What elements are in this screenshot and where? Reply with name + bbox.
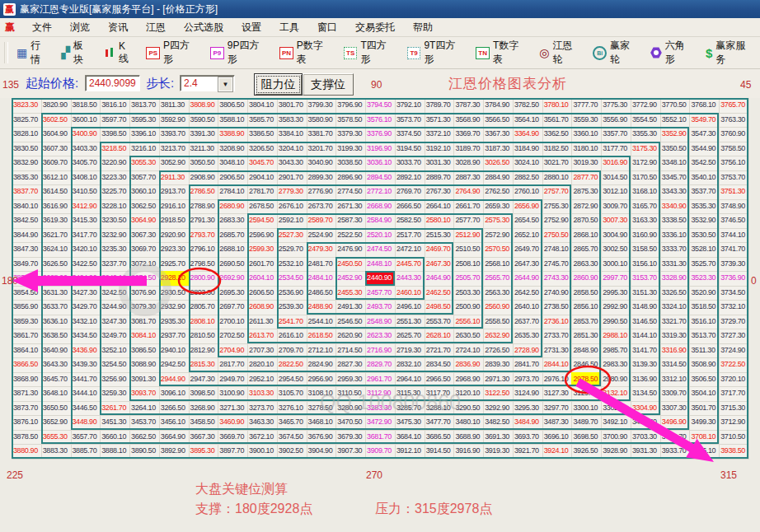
toolbar-item-T数字表[interactable]: TNT数字表 xyxy=(470,40,533,65)
gann-cell: 3657.70 xyxy=(71,430,101,446)
gann-cell: 3417.70 xyxy=(71,228,101,244)
gann-cell: 3772.90 xyxy=(631,98,661,114)
gann-cell: 3734.50 xyxy=(719,286,749,301)
gann-cell: 3849.70 xyxy=(12,257,42,273)
toolbar-item-P数字表[interactable]: PNP数字表 xyxy=(274,40,338,65)
gann-cell: 3525.70 xyxy=(689,257,720,273)
gann-cell: 2880.10 xyxy=(542,170,573,186)
gann-cell: 3079.30 xyxy=(129,300,160,315)
toolbar-item-江恩轮[interactable]: ◎江恩轮 xyxy=(533,40,587,65)
gann-cell: 2889.70 xyxy=(425,170,455,186)
gann-cell: 3336.10 xyxy=(660,228,691,244)
gann-cell: 3208.90 xyxy=(218,142,248,157)
step-select[interactable]: 2.4▼ xyxy=(180,75,235,91)
gann-cell: 3523.30 xyxy=(689,271,720,287)
resistance-button[interactable]: 阻力位 xyxy=(254,73,303,96)
gann-cell: 2899.30 xyxy=(307,170,337,186)
gann-cell: 2793.70 xyxy=(189,228,219,244)
gann-cell: 2671.30 xyxy=(335,199,366,215)
gann-cell: 3244.90 xyxy=(100,300,130,315)
degree-label-135: 135 xyxy=(2,79,19,91)
menu-item-3[interactable]: 江恩 xyxy=(137,21,175,35)
menu-item-6[interactable]: 工具 xyxy=(270,21,308,35)
toolbar-item-T四方形[interactable]: TST四方形 xyxy=(338,40,401,65)
gann-cell: 3636.10 xyxy=(41,315,72,330)
gann-cell: 3074.50 xyxy=(129,271,160,287)
title-bar: 赢 赢家江恩专业版[赢家服务平台] - [价格正方形] xyxy=(0,0,760,18)
gann-cell: 3434.50 xyxy=(71,329,101,344)
gann-cell: 3902.50 xyxy=(277,444,307,460)
degree-label-270: 270 xyxy=(366,469,382,481)
menu-item-0[interactable]: 文件 xyxy=(23,21,61,35)
gann-cell: 3645.70 xyxy=(41,372,72,388)
gann-cell: 3312.10 xyxy=(660,372,691,388)
gann-cell: 3624.10 xyxy=(41,242,72,258)
toolbar-item-行情[interactable]: ▦行情 xyxy=(11,40,55,65)
gann-cell: 3297.70 xyxy=(542,401,573,417)
gann-cell: 3811.30 xyxy=(159,98,190,114)
gann-cell: 3177.70 xyxy=(601,142,631,157)
menu-item-9[interactable]: 帮助 xyxy=(404,21,442,35)
gann-cell: 2683.30 xyxy=(218,213,248,229)
gann-cell: 3302.50 xyxy=(601,401,631,417)
gann-cell: 2884.90 xyxy=(483,170,514,186)
menu-item-8[interactable]: 交易委托 xyxy=(346,21,404,35)
gann-cell: 3211.30 xyxy=(189,142,219,157)
gann-cell: 3187.30 xyxy=(483,142,514,157)
gann-cell: 3856.90 xyxy=(12,300,42,315)
gann-cell: 3499.30 xyxy=(689,415,720,431)
gann-cell: 2484.10 xyxy=(307,271,337,287)
gann-cell: 3684.10 xyxy=(395,430,425,446)
gann-cell: 3465.70 xyxy=(277,415,307,431)
gann-cell: 2856.10 xyxy=(571,300,602,315)
gann-cell: 3840.10 xyxy=(12,199,42,215)
gann-cell: 3693.70 xyxy=(513,430,543,446)
gann-cell: 3782.50 xyxy=(513,98,543,114)
gann-cell: 3765.70 xyxy=(719,98,749,114)
gann-cell: 3595.30 xyxy=(129,113,160,128)
toolbar-item-六角形[interactable]: 六角形 xyxy=(645,40,700,65)
gann-cell: 2491.30 xyxy=(335,300,366,315)
start-price-input[interactable]: 2440.9099 xyxy=(85,75,140,91)
gann-cell: 3444.10 xyxy=(71,386,101,402)
gann-cell: 3069.70 xyxy=(129,242,160,258)
gann-cell: 3415.30 xyxy=(71,213,101,229)
menu-item-4[interactable]: 公式选股 xyxy=(175,21,232,35)
support-button[interactable]: 支撑位 xyxy=(303,73,354,96)
gann-cell: 2829.70 xyxy=(365,357,396,373)
gann-cell: 3076.90 xyxy=(129,286,160,301)
gann-cell: 3376.90 xyxy=(365,127,396,142)
t9-box-icon: T9 xyxy=(407,47,421,59)
toolbar-item-板块[interactable]: ▞板块 xyxy=(55,40,98,65)
gann-cell: 3799.30 xyxy=(307,98,337,114)
toolbar-item-K线[interactable]: K线 xyxy=(98,40,140,65)
gann-cell: 3816.10 xyxy=(100,98,130,114)
gann-cell: 3662.50 xyxy=(129,430,160,446)
toolbar-item-label: 行情 xyxy=(30,39,49,67)
gann-cell: 2901.70 xyxy=(277,170,307,186)
chevron-down-icon[interactable]: ▼ xyxy=(218,77,232,91)
gann-cell: 3688.90 xyxy=(453,430,484,446)
toolbar-item-赢家轮[interactable]: Bi赢家轮 xyxy=(587,40,645,65)
gann-cell: 3019.30 xyxy=(571,156,602,171)
gann-cell: 3504.10 xyxy=(689,386,720,402)
menu-item-7[interactable]: 窗口 xyxy=(308,21,346,35)
gann-cell: 2527.30 xyxy=(277,228,307,244)
toolbar-item-P四方形[interactable]: PSP四方形 xyxy=(140,40,204,65)
menu-item-1[interactable]: 浏览 xyxy=(61,21,99,35)
gann-cell: 3340.90 xyxy=(660,199,691,215)
gann-cell: 2769.70 xyxy=(395,184,425,200)
toolbar-item-9T四方形[interactable]: T99T四方形 xyxy=(401,40,470,65)
ps-box-icon: PS xyxy=(146,47,160,59)
toolbar-item-label: 赢家服务 xyxy=(715,39,754,67)
menu-item-2[interactable]: 资讯 xyxy=(99,21,137,35)
gann-cell: 2553.70 xyxy=(425,315,455,330)
toolbar-item-9P四方形[interactable]: P99P四方形 xyxy=(204,40,274,65)
degree-label-90: 90 xyxy=(371,79,382,91)
gann-cell: 2908.90 xyxy=(189,170,219,186)
menu-item-5[interactable]: 设置 xyxy=(232,21,270,35)
gann-cell: 3518.50 xyxy=(689,300,720,315)
toolbar-item-赢家服务[interactable]: $赢家服务 xyxy=(700,40,760,65)
gann-wheel-icon: ◎ xyxy=(539,46,549,59)
gann-cell: 2716.90 xyxy=(365,343,396,359)
